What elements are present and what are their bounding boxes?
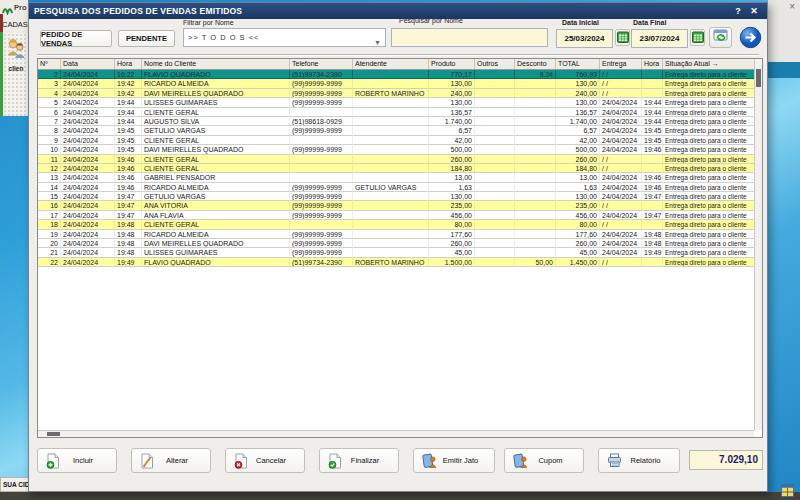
data-inicial-input[interactable]: 25/03/2024 [556, 29, 613, 48]
cell-n: 9 [38, 136, 61, 145]
column-header[interactable]: Data [61, 59, 115, 69]
table-row[interactable]: 1124/04/202419:46CLIENTE GERAL260,00260,… [38, 155, 755, 164]
cell-nome: RICARDO ALMEIDA [142, 79, 290, 88]
cell-total: 130,00 [556, 98, 600, 107]
column-header[interactable]: Desconto [515, 59, 556, 69]
close-button[interactable]: ✕ [746, 4, 762, 18]
table-row[interactable]: 524/04/202419:44ULISSES GUIMARAES(99)999… [38, 98, 755, 107]
column-header[interactable]: Telefone [290, 59, 353, 69]
cell-sit: Entrega direto para o cliente [663, 136, 755, 145]
menu-item-cadastros[interactable]: CADAS [2, 20, 28, 29]
column-header[interactable]: Nº [38, 59, 61, 69]
cell-data: 24/04/2024 [61, 126, 115, 135]
table-row[interactable]: 224/04/202416:22FLAVIO QUADRADO(51)99734… [38, 70, 755, 79]
cell-ent: 24/04/2024 [600, 108, 642, 117]
background-close-icon[interactable]: × [789, 1, 795, 12]
go-search-button[interactable] [739, 26, 762, 49]
table-row[interactable]: 1024/04/202419:45DAVI MEIRELLES QUADRADO… [38, 145, 755, 154]
column-header[interactable]: Nome do Cliente [142, 59, 290, 69]
table-row[interactable]: 424/04/202419:42DAVI MEIRELLES QUADRADO(… [38, 89, 755, 98]
table-row[interactable]: 1424/04/202419:46RICARDO ALMEIDA(99)9999… [38, 183, 755, 192]
finalizar-button[interactable]: Finalizar [319, 448, 399, 473]
pendente-button[interactable]: PENDENTE [118, 30, 175, 47]
column-header[interactable]: Hora [642, 59, 663, 69]
cell-tel [290, 108, 353, 117]
tray-window-icon[interactable] [781, 483, 794, 496]
cell-prod: 130,00 [429, 98, 475, 107]
horizontal-scrollbar-thumb[interactable] [47, 432, 60, 436]
cell-desc [515, 192, 556, 201]
emitir-jato-button[interactable]: Emitir Jato [413, 448, 495, 473]
table-row[interactable]: 924/04/202419:45CLIENTE GERAL42,0042,002… [38, 136, 755, 145]
column-header[interactable]: Hora [115, 59, 142, 69]
dialog-title: PESQUISA DOS PEDIDOS DE VENDAS EMITIDOS [34, 6, 730, 16]
cell-prod: 80,00 [429, 220, 475, 229]
column-header[interactable]: TOTAL [556, 59, 600, 69]
table-row[interactable]: 1524/04/202419:47GETULIO VARGAS(99)99999… [38, 192, 755, 201]
cell-nome: FLAVIO QUADRADO [142, 258, 290, 267]
cancelar-button[interactable]: Cancelar [225, 448, 305, 473]
table-row[interactable]: 324/04/202419:42RICARDO ALMEIDA(99)99999… [38, 79, 755, 88]
table-row[interactable]: 2124/04/202419:48ULISSES GUIMARAES(99)99… [38, 248, 755, 257]
cell-sit: Entrega direto para o cliente [663, 89, 755, 98]
table-row[interactable]: 2224/04/202419:49FLAVIO QUADRADO(51)9973… [38, 258, 755, 267]
column-header[interactable]: Outros [475, 59, 515, 69]
cell-data: 24/04/2024 [61, 258, 115, 267]
help-button[interactable]: ? [730, 4, 746, 18]
cell-prod: 1.500,00 [429, 258, 475, 267]
cell-n: 13 [38, 173, 61, 182]
vertical-scrollbar-thumb[interactable] [756, 69, 761, 87]
cell-prod: 13,00 [429, 173, 475, 182]
cell-data: 24/04/2024 [61, 239, 115, 248]
toolbar-item-clientes[interactable]: clien [5, 38, 27, 74]
cell-desc [515, 136, 556, 145]
cell-sit: Entrega direto para o cliente [663, 126, 755, 135]
table-row[interactable]: 824/04/202419:45GETULIO VARGAS(99)99999-… [38, 126, 755, 135]
table-row[interactable]: 1924/04/202419:48RICARDO ALMEIDA(99)9999… [38, 230, 755, 239]
alterar-button[interactable]: Alterar [131, 448, 211, 473]
table-row[interactable]: 2024/04/202419:48DAVI MEIRELLES QUADRADO… [38, 239, 755, 248]
cell-hora2: 19:44 [642, 98, 663, 107]
data-final-input[interactable]: 23/07/2024 [631, 29, 688, 48]
column-header[interactable]: Entrega [600, 59, 642, 69]
cell-hora: 19:46 [115, 173, 142, 182]
relatorio-button[interactable]: Relatório [598, 448, 680, 473]
cell-hora2: 19:47 [642, 192, 663, 201]
table-row[interactable]: 1724/04/202419:47ANA FLAVIA(99)99999-999… [38, 211, 755, 220]
cell-outros [475, 211, 515, 220]
data-final-calendar-button[interactable] [690, 29, 705, 46]
cell-nome: DAVI MEIRELLES QUADRADO [142, 239, 290, 248]
table-row[interactable]: 624/04/202419:44CLIENTE GERAL136,57136,5… [38, 108, 755, 117]
cell-outros [475, 173, 515, 182]
vertical-scrollbar[interactable] [754, 59, 762, 430]
cell-hora: 19:48 [115, 220, 142, 229]
column-header[interactable]: Atendente [353, 59, 429, 69]
cell-outros [475, 201, 515, 210]
cell-nome: ULISSES GUIMARAES [142, 98, 290, 107]
table-row[interactable]: 1324/04/202419:46GABRIEL PENSADOR13,0013… [38, 173, 755, 182]
column-header[interactable]: Produto [429, 59, 475, 69]
relatorio-label: Relatório [622, 456, 679, 465]
cell-outros [475, 192, 515, 201]
cell-prod: 177,60 [429, 230, 475, 239]
cupom-button[interactable]: Cupom [504, 448, 584, 473]
cell-total: 760,93 [556, 70, 600, 79]
table-row[interactable]: 724/04/202419:44AUGUSTO SILVA(51)98618-0… [38, 117, 755, 126]
cell-total: 1,63 [556, 183, 600, 192]
table-row[interactable]: 1824/04/202419:48CLIENTE GERAL80,0080,00… [38, 220, 755, 229]
filtrar-por-nome-combobox[interactable]: >> T O D O S << ▼ [183, 28, 386, 47]
pesquisar-por-nome-input[interactable] [391, 28, 548, 47]
cell-hora: 19:44 [115, 98, 142, 107]
data-inicial-calendar-button[interactable] [615, 29, 630, 46]
incluir-button[interactable]: Incluir [37, 448, 117, 473]
column-header[interactable]: Situação Atual → [663, 59, 755, 69]
cell-data: 24/04/2024 [61, 108, 115, 117]
horizontal-scrollbar[interactable] [38, 430, 754, 437]
cell-atend [353, 155, 429, 164]
cell-nome: ANA VITORIA [142, 201, 290, 210]
pedido-de-vendas-button[interactable]: PEDIDO DE VENDAS [40, 30, 112, 47]
table-row[interactable]: 1624/04/202419:47ANA VITORIA(99)99999-99… [38, 201, 755, 210]
cell-hora2: 19:48 [642, 230, 663, 239]
table-row[interactable]: 1224/04/202419:46CLIENTE GERAL184,80184,… [38, 164, 755, 173]
refresh-button[interactable] [709, 27, 732, 48]
